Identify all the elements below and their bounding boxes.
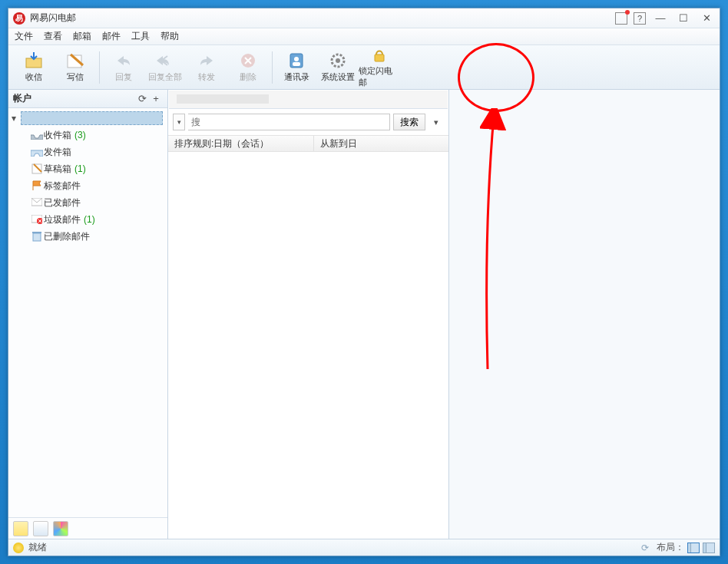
help-button[interactable]: ?	[634, 12, 646, 25]
search-input[interactable]	[188, 114, 390, 130]
flag-icon	[30, 180, 44, 192]
folder-inbox[interactable]: 收件箱 (3)	[8, 127, 167, 143]
forward-icon	[197, 51, 217, 70]
sync-icon[interactable]: ⟳	[641, 543, 649, 553]
drafts-icon	[30, 163, 44, 175]
app-icon: 易	[13, 12, 25, 25]
receive-icon	[24, 51, 44, 70]
maximize-button[interactable]: ☐	[675, 12, 692, 24]
reply-button[interactable]: 回复	[103, 47, 144, 88]
svg-rect-13	[33, 233, 41, 241]
receive-label: 收信	[25, 71, 42, 83]
settings-button[interactable]: 系统设置	[317, 47, 359, 88]
forward-button[interactable]: 转发	[186, 47, 227, 88]
delete-icon	[238, 51, 258, 70]
list-header-redacted	[169, 91, 448, 109]
toolbar: 收信 写信 回复 回复全部 转发 删除 通讯录 系统设置	[8, 45, 720, 90]
mini-mail-icon[interactable]	[13, 521, 28, 536]
compose-icon	[65, 51, 85, 70]
notification-button[interactable]	[615, 12, 627, 25]
window-title: 网易闪电邮	[30, 12, 615, 25]
accounts-header: 帐户	[13, 92, 135, 105]
delete-label: 删除	[240, 71, 256, 83]
contacts-icon	[286, 51, 306, 70]
sort-order[interactable]: 从新到日	[314, 136, 448, 151]
layout-horizontal-button[interactable]	[687, 543, 700, 553]
chevron-down-icon: ▾	[12, 113, 21, 124]
folder-count: (3)	[74, 130, 86, 140]
preview-pane	[449, 90, 720, 539]
svg-rect-14	[32, 232, 41, 233]
folder-label: 收件箱	[44, 129, 71, 142]
folder-drafts[interactable]: 草稿箱 (1)	[8, 160, 167, 177]
delete-button[interactable]: 删除	[227, 47, 269, 88]
folder-label: 垃圾邮件	[44, 213, 81, 226]
menu-bar: 文件 查看 邮箱 邮件 工具 帮助	[8, 28, 720, 45]
folder-label: 标签邮件	[44, 180, 81, 193]
minimize-button[interactable]: —	[652, 12, 669, 24]
account-row[interactable]: ▾	[8, 110, 167, 127]
lock-label: 锁定闪电邮	[359, 65, 400, 88]
folder-label: 发件箱	[44, 146, 71, 159]
menu-view[interactable]: 查看	[44, 30, 62, 43]
folder-trash[interactable]: 已删除邮件	[8, 228, 167, 245]
reply-all-label: 回复全部	[148, 71, 182, 83]
svg-point-4	[294, 57, 299, 61]
bulb-icon	[13, 543, 24, 553]
compose-label: 写信	[67, 71, 84, 83]
folder-label: 草稿箱	[44, 163, 71, 176]
outbox-icon	[30, 146, 44, 158]
reply-label: 回复	[115, 71, 132, 83]
folder-tagged[interactable]: 标签邮件	[8, 177, 167, 194]
svg-rect-9	[32, 164, 41, 173]
close-button[interactable]: ✕	[698, 12, 715, 24]
compose-button[interactable]: 写信	[55, 47, 96, 88]
reply-all-button[interactable]: 回复全部	[144, 47, 186, 88]
search-button[interactable]: 搜索	[393, 114, 425, 130]
forward-label: 转发	[198, 71, 215, 83]
gear-icon	[328, 51, 348, 70]
spam-icon	[30, 213, 44, 226]
contacts-button[interactable]: 通讯录	[276, 47, 317, 88]
reply-all-icon	[155, 51, 175, 70]
sent-icon	[30, 196, 44, 209]
svg-point-7	[336, 58, 340, 63]
folder-label: 已发邮件	[44, 196, 81, 209]
mail-list	[168, 152, 448, 539]
folder-sent[interactable]: 已发邮件	[8, 194, 167, 211]
folder-label: 已删除邮件	[44, 230, 90, 243]
menu-help[interactable]: 帮助	[160, 30, 179, 43]
toolbar-separator	[272, 51, 273, 84]
reply-icon	[114, 51, 134, 70]
folder-spam[interactable]: 垃圾邮件 (1)	[8, 211, 167, 228]
account-name-redacted	[21, 111, 163, 125]
trash-icon	[30, 230, 44, 242]
receive-button[interactable]: 收信	[13, 47, 55, 88]
lock-button[interactable]: 锁定闪电邮	[359, 47, 400, 88]
toolbar-separator	[99, 51, 100, 84]
layout-label: 布局：	[657, 541, 684, 554]
search-scope-dropdown[interactable]: ▾	[173, 114, 185, 130]
folder-outbox[interactable]: 发件箱	[8, 143, 167, 160]
menu-mail[interactable]: 邮件	[102, 30, 121, 43]
add-account-button[interactable]: +	[149, 93, 163, 104]
menu-mailbox[interactable]: 邮箱	[73, 30, 91, 43]
inbox-icon	[30, 129, 44, 141]
lock-icon	[369, 47, 389, 64]
menu-tools[interactable]: 工具	[131, 30, 150, 43]
mini-apps-icon[interactable]	[53, 521, 68, 536]
svg-rect-8	[375, 54, 384, 61]
folder-count: (1)	[84, 214, 95, 225]
sort-rule[interactable]: 排序规则:日期（会话）	[168, 136, 314, 151]
mini-calendar-icon[interactable]	[33, 521, 48, 536]
svg-rect-5	[293, 62, 300, 66]
folder-count: (1)	[74, 163, 86, 174]
search-expand-button[interactable]: ▾	[429, 117, 444, 127]
contacts-label: 通讯录	[284, 71, 309, 83]
menu-file[interactable]: 文件	[15, 30, 33, 43]
settings-label: 系统设置	[321, 71, 355, 83]
refresh-accounts-button[interactable]: ⟳	[135, 93, 149, 104]
sort-header[interactable]: 排序规则:日期（会话） 从新到日	[168, 135, 448, 152]
layout-vertical-button[interactable]	[703, 543, 715, 553]
status-text: 就绪	[28, 541, 47, 554]
